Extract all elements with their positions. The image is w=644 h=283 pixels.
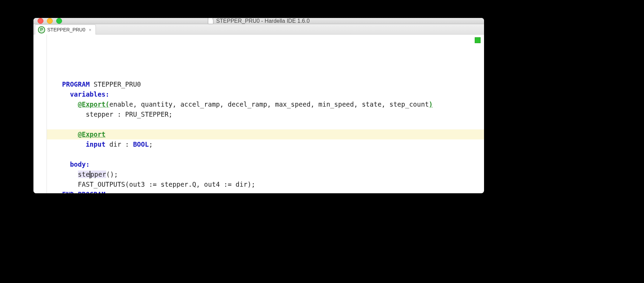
maximize-window-button[interactable]	[56, 18, 62, 24]
editor-content: PROGRAM STEPPER_PRU0 variables: @Export(…	[62, 79, 484, 193]
window-title: STEPPER_PRU0 - Hardella IDE 1.6.0	[216, 18, 310, 24]
tab-stepper-pru0[interactable]: P STEPPER_PRU0 ×	[35, 25, 96, 35]
window-controls	[33, 18, 62, 24]
tab-bar: P STEPPER_PRU0 ×	[33, 24, 484, 35]
minimize-window-button[interactable]	[47, 18, 53, 24]
annotation-export-close: )	[429, 100, 433, 108]
close-window-button[interactable]	[38, 18, 43, 24]
kw-body: body:	[70, 160, 90, 168]
dir-decl-mid: dir :	[105, 140, 133, 148]
fast-outputs-line: FAST_OUTPUTS(out3 := stepper.Q, out4 := …	[78, 180, 255, 188]
stepper-declaration: stepper : PRU_STEPPER;	[86, 110, 173, 118]
titlebar: STEPPER_PRU0 - Hardella IDE 1.6.0	[33, 18, 484, 24]
kw-input: input	[86, 140, 105, 148]
app-window: STEPPER_PRU0 - Hardella IDE 1.6.0 P STEP…	[33, 18, 484, 193]
editor-status-icon	[475, 37, 481, 43]
kw-program: PROGRAM	[62, 80, 90, 88]
annotation-export-open: @Export(	[78, 100, 110, 108]
tab-label: STEPPER_PRU0	[47, 27, 85, 32]
stepper-ref-pre: ste	[78, 170, 90, 178]
editor-area: PROGRAM STEPPER_PRU0 variables: @Export(…	[33, 35, 484, 193]
titlebar-title-wrap: STEPPER_PRU0 - Hardella IDE 1.6.0	[33, 18, 484, 24]
stepper-ref-post: pper	[90, 170, 106, 178]
kw-variables: variables:	[70, 90, 109, 98]
kw-end-program: END_PROGRAM	[62, 191, 105, 193]
semicolon: ;	[149, 140, 153, 148]
editor-gutter	[33, 35, 47, 193]
document-icon	[208, 18, 213, 24]
tab-close-button[interactable]: ×	[89, 27, 91, 32]
program-name: STEPPER_PRU0	[90, 80, 141, 88]
export-params: enable, quantity, accel_ramp, decel_ramp…	[109, 100, 429, 108]
annotation-export2: @Export	[78, 130, 105, 138]
stepper-call-rest: ();	[106, 170, 118, 178]
kw-bool: BOOL	[133, 140, 149, 148]
program-icon: P	[38, 26, 45, 33]
code-editor[interactable]: PROGRAM STEPPER_PRU0 variables: @Export(…	[47, 35, 484, 193]
